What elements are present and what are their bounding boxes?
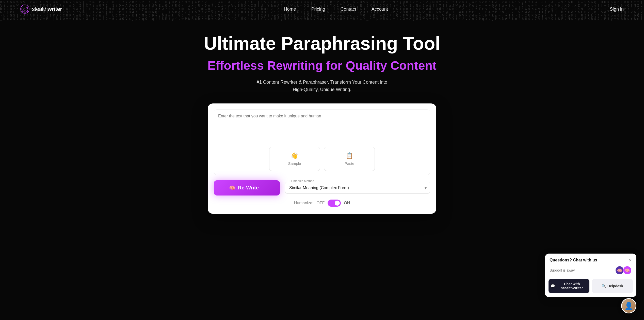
- hero-section: Ultimate Paraphrasing Tool Effortless Re…: [0, 18, 644, 221]
- sample-button[interactable]: 👋 Sample: [269, 147, 320, 171]
- controls-row: 🧠 Re-Write Humanize Method Similar Meani…: [214, 180, 430, 195]
- floating-avatar[interactable]: 👤: [621, 298, 636, 313]
- rewrite-icon: 🧠: [229, 185, 235, 191]
- humanize-label: Humanize:: [294, 201, 313, 205]
- text-input[interactable]: [218, 114, 426, 139]
- chat-actions: 💬 Chat with StealthWriter 🔍 Helpdesk: [545, 279, 636, 297]
- chat-icon: 💬: [551, 284, 555, 288]
- paste-button[interactable]: 📋 Paste: [324, 147, 375, 171]
- humanize-method-container: Humanize Method Similar Meaning (Complex…: [285, 182, 430, 194]
- chat-header: Questions? Chat with us ×: [545, 254, 636, 265]
- chat-close-button[interactable]: ×: [629, 258, 632, 263]
- floating-avatar-image: 👤: [622, 299, 636, 313]
- chat-support-row: Support is away 🧠 🧠: [545, 265, 636, 279]
- paste-icon: 📋: [346, 152, 353, 159]
- chat-title: Questions? Chat with us: [550, 258, 597, 262]
- humanize-toggle-row: Humanize: OFF ON: [214, 200, 430, 207]
- logo[interactable]: stealthwriter: [20, 5, 62, 14]
- logo-icon: [20, 5, 29, 14]
- helpdesk-icon: 🔍: [602, 284, 606, 288]
- hero-title: Ultimate Paraphrasing Tool: [5, 33, 639, 54]
- toggle-on-label: ON: [344, 201, 350, 205]
- chat-widget: Questions? Chat with us × Support is awa…: [545, 254, 636, 297]
- nav-home[interactable]: Home: [284, 7, 296, 12]
- signin-link[interactable]: Sign in: [610, 7, 624, 12]
- humanize-method-label: Humanize Method: [288, 179, 315, 183]
- hero-description: #1 Content Rewriter & Paraphraser. Trans…: [256, 79, 388, 93]
- rewrite-button[interactable]: 🧠 Re-Write: [214, 180, 280, 195]
- chat-support-text: Support is away: [550, 268, 575, 272]
- logo-text: stealthwriter: [32, 6, 62, 12]
- chat-avatars: 🧠 🧠: [615, 266, 632, 275]
- sample-icon: 👋: [291, 152, 298, 159]
- humanize-method-select[interactable]: Similar Meaning (Complex Form)Similar Me…: [285, 182, 430, 194]
- toggle-off-label: OFF: [316, 201, 325, 205]
- chat-with-stealthwriter-button[interactable]: 💬 Chat with StealthWriter: [549, 279, 589, 293]
- card-buttons: 👋 Sample 📋 Paste: [218, 147, 426, 171]
- hero-subtitle: Effortless Rewriting for Quality Content: [5, 59, 639, 73]
- nav-pricing[interactable]: Pricing: [311, 7, 325, 12]
- nav-contact[interactable]: Contact: [341, 7, 356, 12]
- nav-links: Home Pricing Contact Account: [284, 7, 388, 12]
- tool-card: 👋 Sample 📋 Paste 🧠 Re-Write Humanize Met…: [208, 103, 436, 214]
- humanize-toggle[interactable]: [328, 200, 341, 207]
- svg-point-1: [24, 8, 26, 10]
- text-area-wrapper: 👋 Sample 📋 Paste: [214, 110, 430, 175]
- nav-account[interactable]: Account: [372, 7, 388, 12]
- helpdesk-button[interactable]: 🔍 Helpdesk: [592, 279, 633, 293]
- chat-avatar-2: 🧠: [623, 266, 632, 275]
- navigation: stealthwriter Home Pricing Contact Accou…: [0, 0, 644, 18]
